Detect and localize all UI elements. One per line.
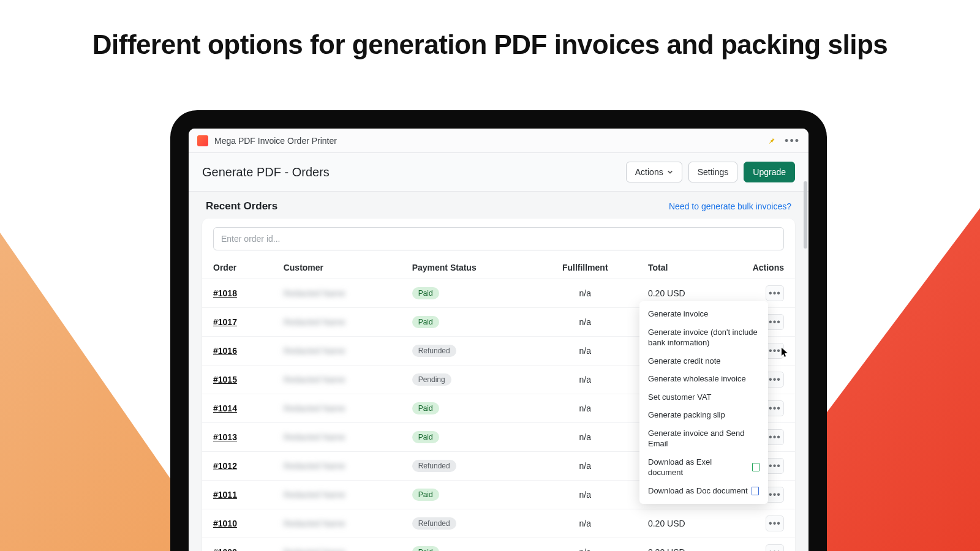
file-green-icon [752,463,760,471]
order-link[interactable]: #1010 [213,519,237,528]
search-input[interactable] [213,227,784,250]
row-actions-button[interactable]: ••• [766,400,784,416]
customer-name: Redacted Name [284,461,345,471]
payment-status-badge: Refunded [412,517,456,530]
menu-item[interactable]: Generate credit note [639,352,768,370]
actions-dropdown-button[interactable]: Actions [626,162,682,182]
cursor-icon [782,348,789,358]
payment-status-badge: Paid [412,402,439,414]
payment-status-badge: Paid [412,287,439,299]
app-title: Mega PDF Invoice Order Printer [214,136,337,146]
menu-item-label: Generate invoice and Send Email [648,428,760,449]
total-value: 0.30 USD [637,538,728,552]
page-header: Generate PDF - Orders Actions Settings U… [189,153,809,192]
total-value: 0.20 USD [637,509,728,538]
order-link[interactable]: #1017 [213,317,237,327]
order-link[interactable]: #1009 [213,547,237,551]
table-row: #1009Redacted NamePaidn/a0.30 USD••• [202,538,795,552]
customer-name: Redacted Name [284,346,345,356]
th-customer: Customer [273,257,401,279]
fullfillment-value: n/a [533,509,637,538]
menu-item-label: Generate credit note [648,356,721,367]
upgrade-label: Upgrade [753,167,786,177]
menu-item-label: Generate packing slip [648,410,725,421]
payment-status-badge: Refunded [412,345,456,357]
chevron-down-icon [667,169,673,175]
menu-item[interactable]: Generate wholesale invoice [639,370,768,388]
menu-item[interactable]: Generate packing slip [639,406,768,424]
customer-name: Redacted Name [284,403,345,413]
th-total: Total [637,257,728,279]
payment-status-badge: Pending [412,373,451,386]
row-actions-button[interactable]: ••• [766,458,784,474]
menu-item-label: Generate wholesale invoice [648,373,746,384]
payment-status-badge: Paid [412,546,439,551]
pin-icon[interactable] [767,137,776,145]
screen: Mega PDF Invoice Order Printer ••• Gener… [189,129,809,551]
row-actions-button[interactable]: ••• [766,285,784,301]
fullfillment-value: n/a [533,452,637,481]
scrollbar[interactable] [804,181,807,249]
order-link[interactable]: #1018 [213,288,237,298]
customer-name: Redacted Name [284,375,345,384]
app-bar: Mega PDF Invoice Order Printer ••• [189,129,809,153]
fullfillment-value: n/a [533,538,637,552]
laptop-frame: Mega PDF Invoice Order Printer ••• Gener… [170,110,827,551]
th-fullfillment: Fullfillment [533,257,637,279]
fullfillment-value: n/a [533,481,637,509]
actions-label: Actions [635,167,663,177]
menu-item[interactable]: Generate invoice (don't include bank inf… [639,323,768,352]
page-title: Generate PDF - Orders [202,165,330,179]
order-link[interactable]: #1015 [213,375,237,384]
menu-item[interactable]: Generate invoice [639,305,768,323]
th-actions: Actions [728,257,795,279]
upgrade-button[interactable]: Upgrade [744,162,795,182]
customer-name: Redacted Name [284,432,345,442]
customer-name: Redacted Name [284,547,345,551]
menu-item-label: Generate invoice (don't include bank inf… [648,327,760,348]
fullfillment-value: n/a [533,337,637,365]
menu-item-label: Download as Doc document [648,485,748,497]
menu-item-label: Set customer VAT [648,392,712,403]
fullfillment-value: n/a [533,279,637,308]
bulk-invoices-link[interactable]: Need to generate bulk invoices? [669,201,791,211]
row-actions-button[interactable]: ••• [766,314,784,330]
menu-item-label: Generate invoice [648,309,708,320]
payment-status-badge: Paid [412,316,439,328]
search-wrap [213,227,784,250]
menu-item[interactable]: Set customer VAT [639,388,768,407]
settings-label: Settings [698,167,729,177]
fullfillment-value: n/a [533,423,637,452]
section-header: Recent Orders Need to generate bulk invo… [189,192,809,219]
order-link[interactable]: #1016 [213,346,237,356]
row-actions-button[interactable]: ••• [766,515,784,531]
customer-name: Redacted Name [284,317,345,327]
page-headline: Different options for generation PDF inv… [0,29,980,60]
menu-item[interactable]: Download as Doc document [639,482,768,500]
th-order: Order [202,257,273,279]
payment-status-badge: Refunded [412,460,456,472]
order-link[interactable]: #1012 [213,461,237,471]
menu-item[interactable]: Download as Exel document [639,453,768,482]
table-row: #1010Redacted NameRefundedn/a0.20 USD••• [202,509,795,538]
row-actions-button[interactable]: ••• [766,544,784,551]
menu-item[interactable]: Generate invoice and Send Email [639,424,768,453]
customer-name: Redacted Name [284,490,345,500]
fullfillment-value: n/a [533,308,637,337]
customer-name: Redacted Name [284,519,345,528]
payment-status-badge: Paid [412,431,439,443]
section-title: Recent Orders [206,200,277,212]
row-actions-button[interactable]: ••• [766,372,784,388]
th-payment: Payment Status [401,257,533,279]
order-link[interactable]: #1014 [213,403,237,413]
payment-status-badge: Paid [412,489,439,501]
app-logo-icon [197,135,208,146]
order-link[interactable]: #1011 [213,490,237,500]
file-blue-icon [752,487,759,495]
settings-button[interactable]: Settings [688,162,738,182]
row-actions-button[interactable]: ••• [766,487,784,503]
menu-item-label: Download as Exel document [648,457,748,478]
appbar-overflow-icon[interactable]: ••• [785,135,800,146]
order-link[interactable]: #1013 [213,432,237,442]
row-actions-button[interactable]: ••• [766,429,784,445]
